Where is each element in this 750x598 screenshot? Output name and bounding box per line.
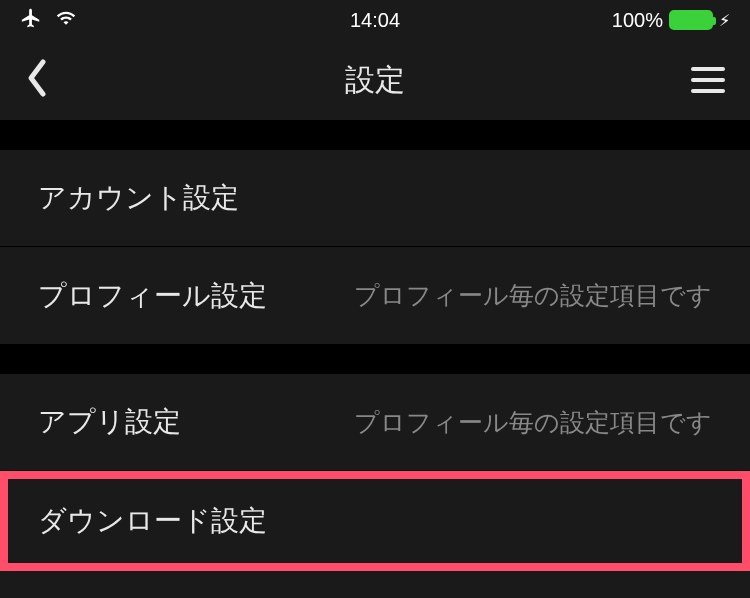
settings-section-1: アカウント設定 プロフィール設定 プロフィール毎の設定項目です bbox=[0, 150, 750, 344]
settings-section-2: アプリ設定 プロフィール毎の設定項目です ダウンロード設定 視聴機器の接続 bbox=[0, 374, 750, 598]
list-item-profile-settings[interactable]: プロフィール設定 プロフィール毎の設定項目です bbox=[0, 247, 750, 344]
list-item-device-connection[interactable]: 視聴機器の接続 bbox=[0, 571, 750, 598]
section-spacer bbox=[0, 344, 750, 374]
menu-button[interactable] bbox=[691, 67, 725, 93]
item-label: ダウンロード設定 bbox=[38, 502, 267, 540]
item-label: アカウント設定 bbox=[38, 179, 239, 217]
status-bar: 14:04 100% ⚡︎ bbox=[0, 0, 750, 40]
list-item-account-settings[interactable]: アカウント設定 bbox=[0, 150, 750, 247]
item-subtitle: プロフィール毎の設定項目です bbox=[334, 279, 712, 312]
item-subtitle: プロフィール毎の設定項目です bbox=[334, 406, 712, 439]
battery-text: 100% bbox=[612, 9, 663, 32]
wifi-icon bbox=[54, 8, 78, 33]
status-right: 100% ⚡︎ bbox=[612, 9, 730, 32]
list-item-download-settings[interactable]: ダウンロード設定 bbox=[0, 471, 750, 571]
status-left bbox=[20, 7, 78, 34]
nav-bar: 設定 bbox=[0, 40, 750, 120]
item-label: アプリ設定 bbox=[38, 403, 181, 441]
item-label: プロフィール設定 bbox=[38, 277, 267, 315]
battery-icon bbox=[669, 10, 713, 30]
section-spacer bbox=[0, 120, 750, 150]
list-item-app-settings[interactable]: アプリ設定 プロフィール毎の設定項目です bbox=[0, 374, 750, 471]
airplane-icon bbox=[20, 7, 42, 34]
page-title: 設定 bbox=[345, 60, 405, 101]
status-time: 14:04 bbox=[350, 9, 400, 32]
back-button[interactable] bbox=[25, 58, 49, 102]
charging-icon: ⚡︎ bbox=[719, 11, 730, 30]
